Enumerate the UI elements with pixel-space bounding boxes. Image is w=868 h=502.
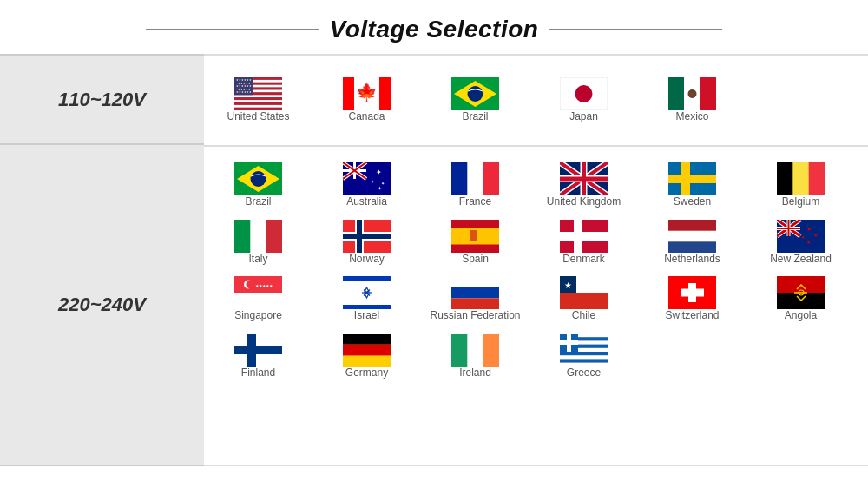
mexico-flag-icon bbox=[668, 77, 716, 110]
svg-point-29 bbox=[575, 85, 593, 102]
australia-label: Australia bbox=[346, 195, 387, 209]
flag-item-greece: Greece bbox=[529, 334, 638, 380]
svg-rect-81 bbox=[574, 220, 582, 253]
russia-label: Russian Federation bbox=[430, 309, 520, 323]
svg-point-37 bbox=[251, 171, 266, 187]
flag-item-chile: ★ Chile bbox=[529, 276, 638, 323]
belgium-flag-icon bbox=[777, 162, 825, 195]
norway-label: Norway bbox=[349, 253, 385, 267]
spain-label: Spain bbox=[462, 253, 489, 267]
svg-rect-122 bbox=[681, 289, 704, 297]
svg-text:✦: ✦ bbox=[376, 168, 382, 176]
flag-item-russia: Russian Federation bbox=[421, 276, 529, 323]
svg-rect-12 bbox=[234, 105, 282, 108]
flags-220-row-3: ★★★★★ Singapore bbox=[204, 269, 868, 327]
chile-flag-icon: ★ bbox=[560, 276, 608, 309]
voltage-220-label: 220~240V bbox=[0, 145, 204, 466]
sweden-label: Sweden bbox=[674, 195, 711, 209]
svg-rect-115 bbox=[451, 299, 499, 310]
svg-rect-32 bbox=[700, 77, 716, 110]
page-title: Voltage Selection bbox=[330, 16, 539, 43]
denmark-label: Denmark bbox=[562, 253, 605, 267]
svg-rect-104 bbox=[343, 276, 391, 281]
canada-flag-icon: 🍁 bbox=[343, 77, 391, 110]
flag-item-norway: Norway bbox=[312, 220, 421, 267]
uk-label: United Kingdom bbox=[547, 195, 621, 209]
svg-text:★★★★★: ★★★★★ bbox=[255, 283, 273, 288]
svg-point-101 bbox=[247, 281, 255, 289]
flag-item-italy: Italy bbox=[204, 220, 312, 267]
svg-rect-75 bbox=[357, 220, 362, 253]
svg-rect-63 bbox=[668, 175, 716, 183]
svg-rect-52 bbox=[483, 162, 499, 195]
svg-rect-70 bbox=[266, 220, 282, 253]
flag-item-mexico: Mexico bbox=[638, 77, 746, 124]
flag-item-belgium: Belgium bbox=[746, 162, 855, 209]
flag-item-finland: Finland bbox=[204, 334, 312, 380]
svg-rect-10 bbox=[234, 100, 282, 102]
svg-text:✦: ✦ bbox=[378, 186, 382, 191]
title-line-right bbox=[549, 29, 722, 30]
flag-item-netherlands: Netherlands bbox=[638, 220, 746, 267]
svg-rect-31 bbox=[668, 77, 684, 110]
canada-label: Canada bbox=[348, 110, 385, 124]
flags-220-row-1: Brazil bbox=[204, 155, 868, 213]
svg-rect-128 bbox=[234, 346, 282, 354]
angola-flag-icon bbox=[777, 276, 825, 309]
flag-item-france: France bbox=[421, 162, 529, 209]
svg-text:★: ★ bbox=[813, 233, 818, 238]
spain-flag-icon bbox=[451, 220, 499, 253]
flag-item-japan: Japan bbox=[529, 77, 638, 124]
australia-flag-icon: ✦ ✦ ✦ ✦ bbox=[343, 162, 391, 195]
svg-rect-93 bbox=[788, 220, 790, 236]
new-zealand-flag-icon: ★ ★ ★ ★ bbox=[777, 220, 825, 253]
svg-rect-64 bbox=[681, 162, 690, 195]
flag-item-new-zealand: ★ ★ ★ ★ New Zealand bbox=[746, 220, 855, 267]
svg-rect-83 bbox=[668, 220, 716, 231]
flag-item-spain: Spain bbox=[421, 220, 529, 267]
svg-text:★★★★★★: ★★★★★★ bbox=[236, 90, 252, 94]
switzerland-label: Switzerland bbox=[665, 309, 719, 323]
norway-flag-icon bbox=[343, 220, 391, 253]
svg-rect-131 bbox=[343, 334, 391, 345]
flag-item-uk: United Kingdom bbox=[529, 162, 638, 209]
flag-item-brazil-110: Brazil bbox=[421, 77, 529, 124]
flag-item-angola: Angola bbox=[746, 276, 855, 323]
italy-label: Italy bbox=[248, 253, 267, 267]
svg-point-34 bbox=[689, 91, 696, 96]
title-section: Voltage Selection bbox=[0, 0, 868, 54]
svg-rect-106 bbox=[343, 301, 391, 305]
svg-rect-9 bbox=[234, 97, 282, 100]
singapore-label: Singapore bbox=[234, 309, 282, 323]
flag-item-us: ★★★★★★ ★★★★★ ★★★★★★ ★★★★★ ★★★★★★ United … bbox=[204, 77, 312, 124]
new-zealand-label: New Zealand bbox=[770, 253, 832, 267]
voltage-110-label: 110~120V bbox=[0, 54, 204, 145]
svg-rect-135 bbox=[483, 334, 499, 367]
brazil-220-flag-icon bbox=[234, 162, 282, 195]
finland-flag-icon bbox=[234, 334, 282, 367]
uk-flag-icon bbox=[560, 162, 608, 195]
page-wrapper: Voltage Selection 110~120V 220~240V bbox=[0, 0, 868, 466]
svg-rect-66 bbox=[777, 162, 792, 195]
israel-label: Israel bbox=[354, 309, 379, 323]
svg-rect-22 bbox=[379, 77, 391, 110]
israel-flag-icon bbox=[343, 276, 391, 309]
ireland-label: Ireland bbox=[459, 367, 491, 380]
flag-item-ireland: Ireland bbox=[421, 334, 529, 380]
flag-item-sweden: Sweden bbox=[638, 162, 746, 209]
belgium-label: Belgium bbox=[782, 195, 819, 209]
germany-label: Germany bbox=[345, 367, 388, 380]
greece-flag-icon bbox=[560, 334, 608, 367]
svg-rect-134 bbox=[451, 334, 467, 367]
france-label: France bbox=[459, 195, 491, 209]
svg-rect-74 bbox=[343, 234, 391, 239]
flag-item-singapore: ★★★★★ Singapore bbox=[204, 276, 312, 323]
denmark-flag-icon bbox=[560, 220, 608, 253]
flag-item-australia: ✦ ✦ ✦ ✦ Australia bbox=[312, 162, 421, 209]
russia-flag-icon bbox=[451, 276, 499, 309]
chile-label: Chile bbox=[572, 309, 595, 323]
brazil-110-label: Brazil bbox=[462, 110, 488, 124]
svg-rect-117 bbox=[560, 293, 608, 309]
japan-label: Japan bbox=[569, 110, 598, 124]
japan-flag-icon bbox=[560, 77, 608, 110]
